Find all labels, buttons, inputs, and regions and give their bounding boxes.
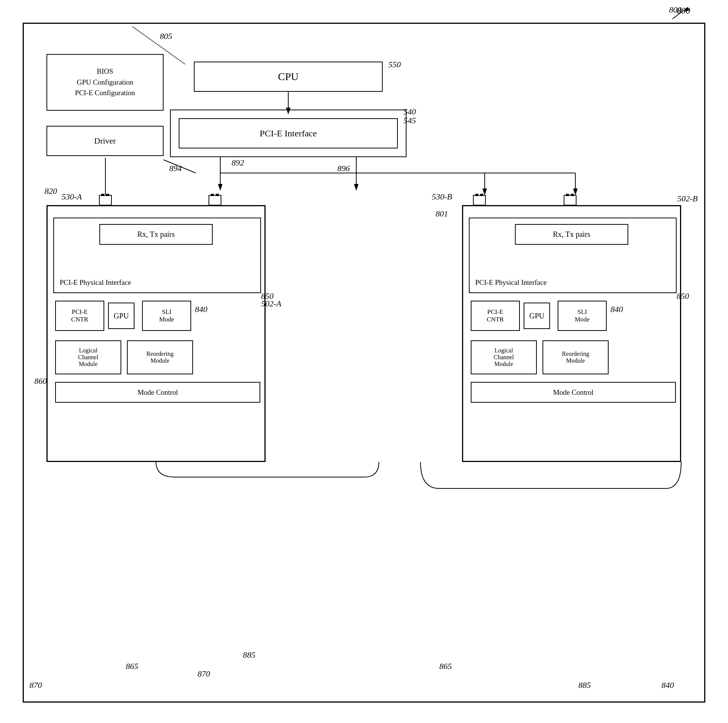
lcm-left: Logical Channel Module (55, 340, 121, 374)
ref-860-left: 860 (34, 376, 47, 386)
mode-ctrl-right: Mode Control (471, 382, 676, 403)
pcie-phys-label-right: PCI-E Physical Interface (475, 278, 547, 287)
ref-800-outer: 800 (677, 6, 690, 16)
ref-840-left: 840 (195, 304, 207, 314)
main-diagram: 800 805 CPU 550 BIOS GPU Configuration P… (23, 23, 705, 703)
svg-marker-4 (218, 184, 223, 191)
pcie-phys-label-left: PCI-E Physical Interface (60, 278, 131, 287)
driver-box: Driver (46, 126, 164, 156)
svg-marker-11 (573, 188, 578, 195)
gpu-card-left: Rx, Tx pairs PCI-E Physical Interface 85… (46, 205, 266, 462)
ref-885-left: 885 (243, 650, 255, 660)
pcie-phys-right-outer: Rx, Tx pairs PCI-E Physical Interface (469, 218, 677, 293)
ref-840-right: 840 (611, 304, 623, 314)
ref-885-right: 885 (578, 680, 591, 690)
ref-805: 805 (160, 31, 172, 41)
svg-rect-19 (211, 194, 214, 196)
ref-850-right: 850 (677, 291, 689, 301)
ref-865-right: 865 (439, 661, 452, 671)
svg-marker-6 (354, 184, 359, 191)
svg-rect-26 (571, 194, 574, 196)
ref-892: 892 (232, 158, 244, 168)
ref-502a: 502-A (261, 299, 281, 309)
pcie-cntr-left: PCI-E CNTR (55, 301, 104, 331)
ref-896: 896 (337, 164, 350, 173)
svg-rect-17 (106, 194, 109, 196)
svg-marker-1 (286, 108, 291, 114)
mode-ctrl-left: Mode Control (55, 382, 260, 403)
ref-530b: 530-B (432, 192, 452, 202)
svg-rect-24 (564, 195, 576, 205)
ref-530a: 530-A (62, 192, 82, 202)
svg-rect-18 (209, 195, 221, 205)
svg-rect-22 (475, 194, 478, 196)
svg-rect-16 (101, 194, 104, 196)
svg-rect-20 (216, 194, 219, 196)
reorder-left: Reordering Module (127, 340, 193, 374)
gpu-card-right: Rx, Tx pairs PCI-E Physical Interface 85… (462, 205, 681, 462)
ref-894: 894 (169, 164, 182, 173)
rx-tx-right: Rx, Tx pairs (515, 224, 628, 245)
cpu-box: CPU (194, 62, 383, 92)
ref-502b: 502-B (677, 194, 698, 204)
rx-tx-left: Rx, Tx pairs (99, 224, 213, 245)
svg-rect-25 (566, 194, 569, 196)
ref-870-bottom-left: 870 (29, 680, 42, 690)
ref-801-right: 801 (436, 209, 448, 219)
svg-marker-9 (482, 188, 487, 195)
bios-box: BIOS GPU Configuration PCI-E Configurati… (46, 54, 164, 111)
pcie-phys-left-outer: Rx, Tx pairs PCI-E Physical Interface (53, 218, 261, 293)
reorder-right: Reordering Module (543, 340, 609, 374)
ref-545: 545 (403, 116, 416, 125)
gpu-label-left: GPU (108, 303, 134, 329)
lcm-right: Logical Channel Module (471, 340, 537, 374)
sli-mode-left: SLI Mode (142, 301, 191, 331)
svg-rect-23 (480, 194, 483, 196)
ref-820: 820 (45, 186, 57, 196)
ref-870-right: 870 (198, 669, 210, 679)
ref-865-left: 865 (126, 661, 138, 671)
svg-rect-21 (473, 195, 485, 205)
pcie-cntr-right: PCI-E CNTR (471, 301, 520, 331)
ref-550: 550 (388, 60, 401, 70)
ref-840-bottom-right: 840 (662, 680, 674, 690)
svg-rect-15 (99, 195, 111, 205)
sli-mode-right: SLI Mode (558, 301, 607, 331)
gpu-label-right: GPU (524, 303, 550, 329)
pcie-interface-box: PCI-E Interface (179, 118, 398, 148)
